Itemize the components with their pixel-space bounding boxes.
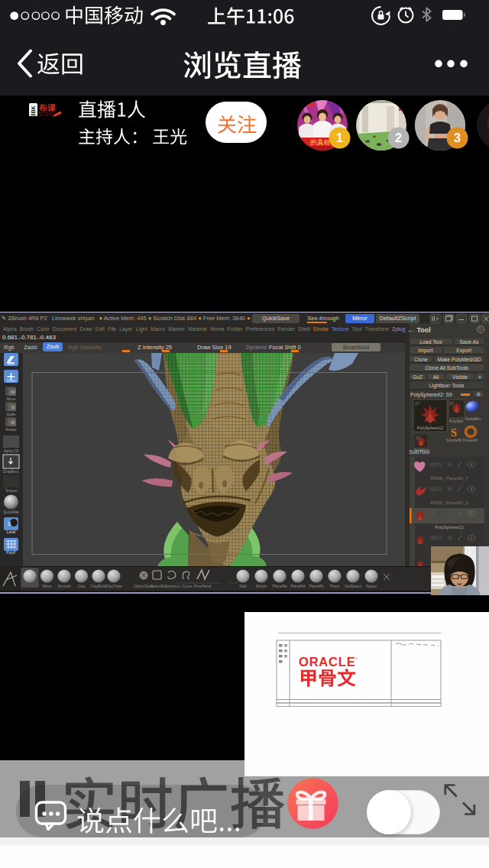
svg-text:M: M [11, 390, 15, 394]
svg-text:PM3D_Plane3D_7: PM3D_Plane3D_7 [430, 476, 468, 481]
svg-text:Draw: Draw [7, 378, 16, 383]
svg-text:ClayBuild: ClayBuild [90, 584, 106, 588]
svg-text:Matl: Matl [239, 584, 246, 588]
svg-text:PolySphere12: PolySphere12 [435, 525, 464, 530]
svg-text:PolyF: PolyF [6, 551, 15, 555]
svg-text:的真相: 的真相 [310, 138, 330, 146]
svg-text:GelSpace: GelSpace [345, 584, 361, 588]
svg-text:PolySph: PolySph [449, 419, 464, 423]
svg-text:PlaneRA: PlaneRA [290, 584, 306, 588]
svg-text:S: S [11, 405, 15, 410]
svg-text:2: 2 [395, 131, 402, 144]
svg-text:ClayTube: ClayTube [105, 584, 121, 588]
svg-text:PlaneRa: PlaneRa [272, 584, 287, 588]
svg-text:AlphaBru: AlphaBru [465, 416, 481, 421]
svg-text:DragRect: DragRect [3, 470, 19, 474]
svg-text:Move: Move [7, 397, 16, 401]
svg-text:SelectLiv: SelectLiv [165, 584, 181, 588]
svg-text:Texture: Texture [5, 489, 18, 493]
svg-text:PolySphere12: PolySphere12 [417, 426, 444, 430]
svg-text:BK: BK [31, 105, 36, 113]
svg-text:3: 3 [454, 131, 461, 144]
svg-text:Edit: Edit [8, 361, 15, 366]
svg-text:27: 27 [415, 401, 420, 406]
svg-text:Curve: Curve [182, 584, 193, 588]
svg-text:QuickMat: QuickMat [3, 510, 19, 514]
svg-text:PM3D_Plane3D_2: PM3D_Plane3D_2 [430, 500, 468, 505]
svg-text:PlaneRb: PlaneRb [309, 584, 323, 588]
svg-text:FreeHand: FreeHand [194, 584, 211, 588]
svg-text:S: S [8, 521, 11, 526]
svg-text:Alpha Off: Alpha Off [4, 449, 20, 453]
svg-text:Move: Move [42, 584, 51, 588]
svg-text:Space: Space [366, 584, 377, 588]
svg-text:R: R [11, 420, 15, 425]
svg-text:Place: Place [330, 584, 340, 588]
svg-text:Smooth: Smooth [57, 584, 70, 588]
svg-text:SimpleBr: SimpleBr [446, 438, 462, 442]
svg-text:Morph: Morph [256, 584, 267, 588]
svg-text:DraverDr: DraverDr [463, 438, 479, 442]
svg-text:SelectRe: SelectRe [151, 584, 167, 588]
svg-text:S: S [451, 426, 457, 439]
svg-text:Local: Local [7, 530, 15, 534]
svg-text:1: 1 [336, 131, 343, 144]
svg-text:Scale: Scale [7, 413, 16, 416]
svg-text:Clay: Clay [77, 584, 86, 588]
svg-text:Rotate: Rotate [5, 428, 16, 432]
